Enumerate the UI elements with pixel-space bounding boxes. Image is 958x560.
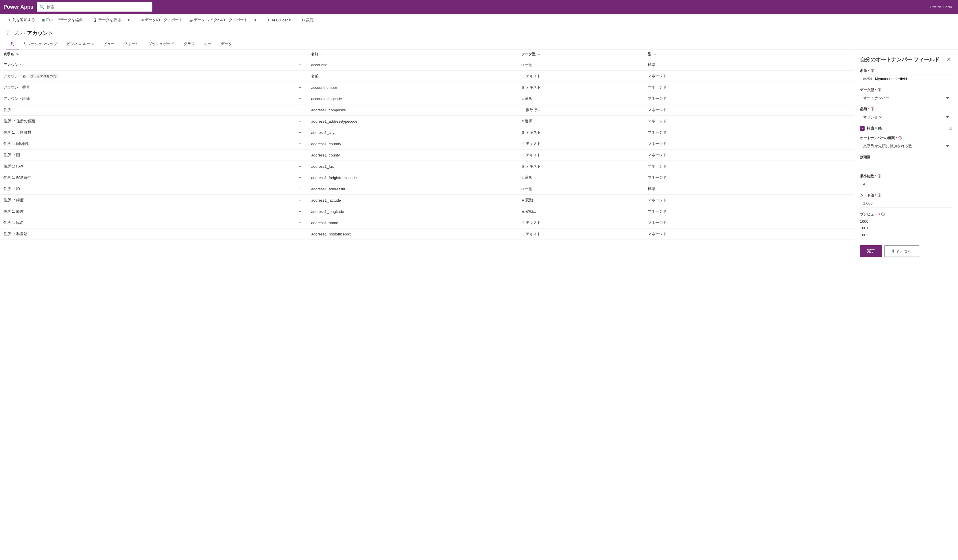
- cell-dots[interactable]: ···: [293, 82, 308, 93]
- cell-display: 住所 1: 住所の種類: [0, 116, 293, 127]
- row-menu-button[interactable]: ···: [297, 118, 304, 124]
- th-type[interactable]: 型 ⌄: [644, 49, 745, 59]
- cancel-button[interactable]: キャンセル: [884, 245, 919, 257]
- export-lake-button[interactable]: ◎ データ レイクへのエクスポート: [187, 16, 251, 24]
- cell-name: address1_city: [308, 127, 518, 138]
- th-name[interactable]: 名前 ⌄: [308, 49, 518, 59]
- cell-dots[interactable]: ···: [293, 93, 308, 105]
- row-menu-button[interactable]: ···: [297, 175, 304, 181]
- info-icon-name[interactable]: ⓘ: [871, 68, 874, 73]
- cell-name: address1_freighttermscode: [308, 172, 518, 183]
- searchable-checkbox[interactable]: [860, 126, 864, 131]
- chevron-down-icon-2[interactable]: ▾: [252, 16, 259, 24]
- tab-views[interactable]: ビュー: [98, 39, 119, 49]
- autonumber-type-select[interactable]: 文字列が先頭に付加される数 日付と時刻の形式の数値 カスタム: [860, 142, 952, 150]
- searchable-label[interactable]: 検索可能: [860, 126, 882, 131]
- cell-dots[interactable]: ···: [293, 183, 308, 195]
- database-icon: 🗄: [94, 18, 97, 22]
- cell-dots[interactable]: ···: [293, 116, 308, 127]
- tab-data[interactable]: データ: [216, 39, 237, 49]
- info-icon-seed[interactable]: ⓘ: [878, 193, 881, 198]
- app-title: Power Apps: [3, 4, 33, 10]
- cell-other: [745, 195, 854, 206]
- row-menu-button[interactable]: ···: [297, 163, 304, 170]
- dtype-icon: ≡: [522, 176, 524, 179]
- cell-display: 住所 1: 国: [0, 149, 293, 161]
- cell-dots[interactable]: ···: [293, 138, 308, 149]
- data-type-select[interactable]: オートナンバー: [860, 94, 952, 102]
- cell-display: 住所 1: 緯度: [0, 195, 293, 206]
- tab-charts[interactable]: グラフ: [179, 39, 200, 49]
- info-icon-auto[interactable]: ⓘ: [898, 136, 902, 141]
- min-digits-input[interactable]: [860, 180, 952, 188]
- chevron-down-icon-1[interactable]: ▾: [125, 16, 133, 24]
- row-menu-button[interactable]: ···: [297, 141, 304, 147]
- row-menu-button[interactable]: ···: [297, 62, 304, 68]
- excel-edit-button[interactable]: ⊞ Excel でデータを編集: [39, 16, 86, 24]
- row-menu-button[interactable]: ···: [297, 129, 304, 136]
- cell-dots[interactable]: ···: [293, 172, 308, 183]
- search-input[interactable]: [47, 5, 149, 9]
- required-select[interactable]: オプション 必須: [860, 113, 952, 121]
- cell-display: 住所 1: 氏名: [0, 217, 293, 228]
- cell-dots[interactable]: ···: [293, 71, 308, 82]
- complete-button[interactable]: 完了: [860, 245, 882, 257]
- tab-columns[interactable]: 列: [6, 39, 19, 49]
- cell-dots[interactable]: ···: [293, 206, 308, 217]
- th-display-name[interactable]: 表示名 ⇅: [0, 49, 293, 59]
- breadcrumb-parent[interactable]: テーブル: [6, 31, 22, 36]
- topbar: Power Apps 🔍 Environ Conto...: [0, 0, 958, 14]
- tab-keys[interactable]: キー: [200, 39, 216, 49]
- row-menu-button[interactable]: ···: [297, 107, 304, 113]
- export-data-button[interactable]: ⇥ データのエクスポート: [138, 16, 186, 24]
- row-menu-button[interactable]: ···: [297, 197, 304, 203]
- row-menu-button[interactable]: ···: [297, 231, 304, 237]
- row-menu-button[interactable]: ···: [297, 208, 304, 215]
- search-box[interactable]: 🔍: [37, 2, 152, 11]
- prefix-label: 接頭辞: [860, 155, 952, 160]
- cell-dots[interactable]: ···: [293, 59, 308, 71]
- cell-datatype: ⊞テキスト: [518, 82, 644, 93]
- ai-builder-button[interactable]: ✦ AI Builder ▾: [264, 16, 294, 24]
- row-menu-button[interactable]: ···: [297, 95, 304, 102]
- table-row: 住所 1: 配送条件 ··· address1_freighttermscode…: [0, 172, 854, 183]
- cell-dots[interactable]: ···: [293, 127, 308, 138]
- env-sub: Conto...: [943, 5, 955, 9]
- cell-dots[interactable]: ···: [293, 217, 308, 228]
- info-icon-dtype[interactable]: ⓘ: [878, 88, 881, 92]
- cell-type: マネージド: [644, 105, 745, 116]
- tab-business-rules[interactable]: ビジネス ルール: [62, 39, 98, 49]
- info-icon-preview[interactable]: ⓘ: [881, 212, 885, 217]
- cell-dots[interactable]: ···: [293, 105, 308, 116]
- row-menu-button[interactable]: ···: [297, 84, 304, 90]
- row-menu-button[interactable]: ···: [297, 186, 304, 192]
- panel-close-button[interactable]: ✕: [945, 55, 952, 64]
- cell-display: 住所 1: 配送条件: [0, 172, 293, 183]
- row-menu-button[interactable]: ···: [297, 152, 304, 158]
- info-icon-required[interactable]: ⓘ: [871, 107, 874, 112]
- th-data-type[interactable]: データ型 ⌄: [518, 49, 644, 59]
- get-data-button[interactable]: 🗄 データを取得: [90, 16, 124, 24]
- prefix-input[interactable]: [860, 161, 952, 169]
- toolbar-divider-1: [88, 16, 88, 24]
- tab-forms[interactable]: フォーム: [119, 39, 143, 49]
- cell-dots[interactable]: ···: [293, 228, 308, 240]
- tab-dashboards[interactable]: ダッシュボード: [143, 39, 179, 49]
- env-label: Environ: [930, 5, 941, 9]
- cell-dots[interactable]: ···: [293, 195, 308, 206]
- add-column-button[interactable]: ＋ 列を追加する: [5, 16, 38, 24]
- row-menu-button[interactable]: ···: [297, 219, 304, 226]
- field-name-input[interactable]: [875, 77, 949, 81]
- cell-dots[interactable]: ···: [293, 161, 308, 172]
- row-menu-button[interactable]: ···: [297, 73, 304, 79]
- tab-relationships[interactable]: リレーションシップ: [19, 39, 62, 49]
- seed-input[interactable]: [860, 199, 952, 208]
- th-other: [745, 49, 854, 59]
- settings-button[interactable]: ⚙ 設定: [299, 16, 317, 24]
- info-icon-digits[interactable]: ⓘ: [878, 174, 881, 179]
- cell-dots[interactable]: ···: [293, 149, 308, 161]
- info-icon-searchable[interactable]: ⓘ: [949, 126, 952, 131]
- table-row: 住所 1: 市区町村 ··· address1_city ⊞テキスト マネージド: [0, 127, 854, 138]
- prefix-group: 接頭辞: [860, 155, 952, 169]
- dtype-icon: ⊞: [522, 221, 525, 225]
